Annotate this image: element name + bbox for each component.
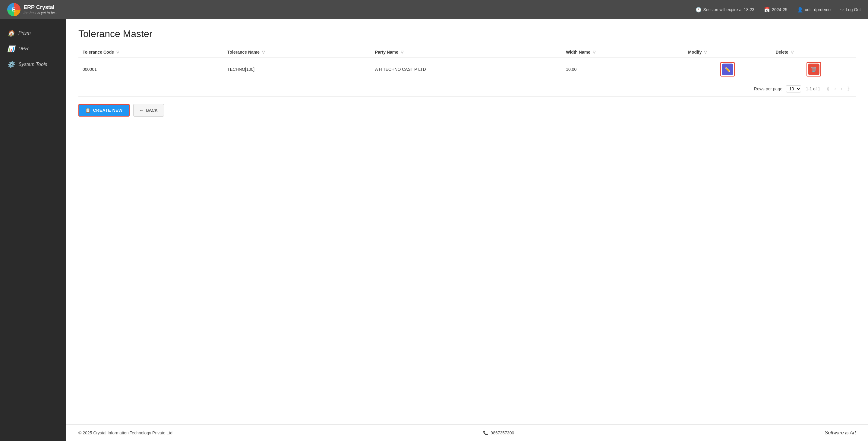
header-info: 🕐 Session will expire at 18:23 📅 2024-25… — [695, 7, 861, 13]
session-info: 🕐 Session will expire at 18:23 — [695, 7, 755, 13]
session-label: Session will expire at 18:23 — [703, 7, 755, 12]
logo-text: ERP Crystal the best is yet to be.. — [24, 4, 57, 15]
main: Tolerance Master Tolerance Code ▽ — [66, 19, 868, 441]
rows-per-page-control: Rows per page: 10 25 50 — [754, 85, 801, 93]
first-page-button[interactable]: ⟪ — [825, 84, 831, 93]
delete-button[interactable]: 🗑️ — [808, 64, 819, 75]
sidebar: 🏠 Prism 📊 DPR ⚙️ System Tools — [0, 19, 66, 441]
sidebar-item-system-tools-label: System Tools — [19, 62, 47, 67]
cell-party-name: A H TECHNO CAST P LTD — [371, 58, 562, 81]
year-label: 2024-25 — [772, 7, 787, 12]
page-title: Tolerance Master — [79, 28, 856, 39]
logo-letter: E — [12, 7, 16, 13]
filter-icon-party-name[interactable]: ▽ — [401, 50, 403, 54]
back-button[interactable]: ← BACK — [133, 104, 164, 116]
phone-info: 📞 9867357300 — [483, 431, 514, 435]
table-row: 000001 TECHNO[100] A H TECHNO CAST P LTD… — [79, 58, 856, 81]
cell-modify: ✏️ — [684, 58, 771, 81]
create-new-button[interactable]: 📋 CREATE NEW — [79, 104, 130, 116]
filter-icon-delete[interactable]: ▽ — [791, 50, 794, 54]
logo-icon: E — [7, 3, 21, 16]
chart-icon: 📊 — [7, 45, 15, 53]
filter-icon-width-name[interactable]: ▽ — [593, 50, 595, 54]
filter-icon-modify[interactable]: ▽ — [704, 50, 707, 54]
bottom-buttons: 📋 CREATE NEW ← BACK — [79, 104, 856, 116]
year-info: 📅 2024-25 — [764, 7, 787, 13]
rows-per-page-select[interactable]: 10 25 50 — [786, 85, 801, 93]
prev-page-button[interactable]: ‹ — [832, 85, 838, 93]
logout-label: Log Out — [846, 7, 861, 12]
page-info: 1-1 of 1 — [806, 87, 820, 91]
header: E ERP Crystal the best is yet to be.. 🕐 … — [0, 0, 868, 19]
layout: 🏠 Prism 📊 DPR ⚙️ System Tools Tolerance … — [0, 19, 868, 441]
app-logo: E ERP Crystal the best is yet to be.. — [7, 3, 57, 16]
modify-button[interactable]: ✏️ — [722, 64, 733, 75]
app-subtitle: the best is yet to be.. — [24, 11, 57, 15]
main-content: Tolerance Master Tolerance Code ▽ — [66, 19, 868, 425]
user-icon: 👤 — [797, 7, 803, 13]
back-label: BACK — [146, 108, 158, 113]
calendar-icon: 📅 — [764, 7, 770, 13]
col-header-tolerance-code: Tolerance Code ▽ — [79, 47, 223, 58]
create-new-icon: 📋 — [85, 108, 91, 113]
app-name: ERP Crystal — [24, 4, 57, 11]
phone-number: 9867357300 — [491, 431, 514, 435]
user-info: 👤 udit_dprdemo — [797, 7, 831, 13]
page-navigation: ⟪ ‹ › ⟫ — [825, 84, 852, 93]
logout-icon: ↪ — [840, 7, 844, 12]
last-page-button[interactable]: ⟫ — [845, 84, 852, 93]
cell-width-name: 10.00 — [562, 58, 684, 81]
cell-delete: 🗑️ — [772, 58, 856, 81]
pagination: Rows per page: 10 25 50 1-1 of 1 ⟪ ‹ › ⟫ — [79, 81, 856, 97]
col-header-modify: Modify ▽ — [684, 47, 771, 58]
sidebar-item-prism[interactable]: 🏠 Prism — [0, 25, 66, 41]
col-header-party-name: Party Name ▽ — [371, 47, 562, 58]
tagline: Software is Art — [825, 430, 856, 436]
phone-icon: 📞 — [483, 431, 488, 435]
tolerance-table: Tolerance Code ▽ Tolerance Name ▽ — [79, 47, 856, 81]
logout-button[interactable]: ↪ Log Out — [840, 7, 861, 12]
sidebar-item-prism-label: Prism — [19, 30, 31, 36]
home-icon: 🏠 — [7, 30, 15, 37]
sidebar-item-system-tools[interactable]: ⚙️ System Tools — [0, 57, 66, 72]
footer: © 2025 Crystal Information Technology Pr… — [66, 425, 868, 441]
filter-icon-tolerance-name[interactable]: ▽ — [262, 50, 265, 54]
back-arrow-icon: ← — [140, 108, 144, 113]
cell-tolerance-name: TECHNO[100] — [223, 58, 371, 81]
cell-tolerance-code: 000001 — [79, 58, 223, 81]
col-header-delete: Delete ▽ — [772, 47, 856, 58]
sidebar-item-dpr-label: DPR — [19, 46, 29, 52]
sidebar-item-dpr[interactable]: 📊 DPR — [0, 41, 66, 57]
user-label: udit_dprdemo — [805, 7, 831, 12]
filter-icon-tolerance-code[interactable]: ▽ — [116, 50, 119, 54]
gear-icon: ⚙️ — [7, 61, 15, 68]
clock-icon: 🕐 — [695, 7, 702, 13]
rows-per-page-label: Rows per page: — [754, 87, 783, 91]
col-header-tolerance-name: Tolerance Name ▽ — [223, 47, 371, 58]
next-page-button[interactable]: › — [839, 85, 844, 93]
col-header-width-name: Width Name ▽ — [562, 47, 684, 58]
create-new-label: CREATE NEW — [93, 108, 123, 113]
copyright: © 2025 Crystal Information Technology Pr… — [79, 431, 173, 435]
